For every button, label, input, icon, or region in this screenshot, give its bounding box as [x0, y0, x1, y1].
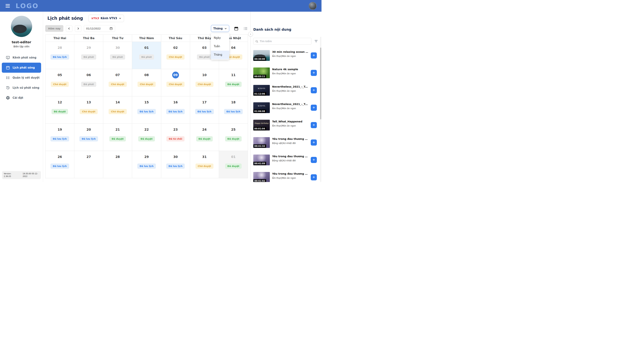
calendar-cell-19[interactable]: 19Đã lưu lịch [46, 124, 74, 151]
channel-select[interactable]: VTV3 Kênh VTV3 [88, 15, 124, 22]
filter-button[interactable] [314, 39, 318, 44]
prev-button[interactable] [66, 25, 72, 32]
scrollbar-thumb[interactable] [320, 48, 321, 119]
add-video-button[interactable]: + [311, 157, 317, 163]
calendar-cell-27[interactable]: 27 [74, 151, 103, 178]
calendar-cell-01[interactable]: 01Đã phát [132, 42, 161, 69]
calendar-cell-30[interactable]: 30Đã lưu lịch [161, 151, 190, 178]
video-thumbnail[interactable]: 00:41:32 [253, 137, 270, 148]
calendar-cell-29[interactable]: 29Đã lưu lịch [132, 151, 161, 178]
video-title: Yêu trong đau thương tậ... [272, 138, 308, 140]
add-video-button[interactable]: + [311, 140, 317, 146]
date-input[interactable]: 01/12/2022 [84, 25, 115, 32]
collapse-panel-button[interactable]: › [248, 32, 253, 36]
day-number: 31 [190, 154, 219, 160]
video-thumbnail[interactable]: 알고있지만,01:06:08 [253, 102, 270, 113]
day-number: 17 [190, 99, 219, 106]
add-video-button[interactable]: + [311, 70, 317, 76]
status-badge: Chờ duyệt [108, 82, 126, 87]
day-number: 27 [74, 154, 103, 160]
calendar-cell-22[interactable]: 22Đã duyệt [132, 124, 161, 151]
calendar-cell-24[interactable]: 24Đã duyệt [190, 124, 219, 151]
calendar-cell-16[interactable]: 16Đã lưu lịch [161, 96, 190, 124]
calendar-cell-14[interactable]: 14Chờ duyệt [103, 96, 132, 124]
status-badge: Đã lưu lịch [137, 109, 156, 114]
calendar-cell-29[interactable]: 29Đã phát [74, 42, 103, 69]
profile-avatar [11, 16, 32, 37]
calendar-cell-21[interactable]: 21Đã duyệt [103, 124, 132, 151]
calendar-cell-07[interactable]: 07Chờ duyệt [103, 69, 132, 96]
sidebar-item-channels[interactable]: Kênh phát sóng [2, 52, 41, 63]
status-badge: Đã phát [81, 82, 96, 87]
search-input[interactable] [260, 40, 310, 43]
calendar-view-icon [234, 26, 238, 31]
calendar-cell-11[interactable]: 11Đã duyệt [219, 69, 248, 96]
calendar-cell-25[interactable]: 25Đã duyệt [219, 124, 248, 151]
calendar-cell-05[interactable]: 05Chờ duyệt [46, 69, 74, 96]
calendar-cell-30[interactable]: 30Đã phát [103, 42, 132, 69]
video-item: 00:41:02Yêu trong đau thương tậ...Ẩm thự… [253, 172, 322, 182]
view-option-1[interactable]: Tuần [211, 42, 229, 50]
topbar-user-avatar[interactable] [309, 2, 317, 10]
video-title: Tell_What_Happened [272, 120, 308, 123]
menu-icon[interactable] [5, 4, 10, 8]
calendar-cell-02[interactable]: 02Chờ duyệt [161, 42, 190, 69]
video-thumbnail[interactable]: 00:41:09 [253, 154, 270, 165]
chevron-left-icon [68, 27, 70, 30]
calendar-cell-26[interactable]: 26Đã lưu lịch [46, 151, 74, 178]
sidebar-item-schedule[interactable]: Lịch phát sóng [2, 63, 41, 73]
video-thumbnail[interactable]: Happy birthday00:01:04 [253, 120, 270, 130]
calendar-cell-17[interactable]: 17Đã lưu lịch [190, 96, 219, 124]
next-button[interactable] [75, 25, 81, 32]
add-video-button[interactable]: + [311, 52, 317, 58]
sidebar-item-settings[interactable]: Cài đặt [2, 93, 41, 103]
history-icon [6, 86, 10, 90]
add-video-button[interactable]: + [311, 122, 317, 128]
sidebar-menu: Kênh phát sóngLịch phát sóngQuản lý xét … [0, 52, 43, 103]
calendar-cell-23[interactable]: 23Đã từ chối [161, 124, 190, 151]
calendar-cell-28[interactable]: 28Đã lưu lịch [46, 42, 74, 69]
sidebar-item-review[interactable]: Quản lý xét duyệt [2, 73, 41, 83]
calendar-view-button[interactable] [234, 26, 238, 31]
video-category: Ẩm thực|Món ăn ngon [272, 55, 308, 58]
search-icon [255, 40, 258, 43]
calendar-cell-18[interactable]: 18Đã lưu lịch [219, 96, 248, 124]
calendar-cell-10[interactable]: 10Chờ duyệt [190, 69, 219, 96]
calendar-cell-06[interactable]: 06Đã phát [74, 69, 103, 96]
view-mode-select[interactable]: Tháng [211, 25, 229, 32]
sidebar-item-label: Lịch sử phát sóng [12, 86, 39, 90]
calendar-cell-31[interactable]: 31Chờ duyệt [190, 151, 219, 178]
calendar-cell-12[interactable]: 12Đã duyệt [46, 96, 74, 124]
status-badge: Đã phát [139, 54, 154, 60]
add-video-button[interactable]: + [311, 105, 317, 111]
sidebar-item-label: Kênh phát sóng [12, 56, 36, 59]
view-option-2[interactable]: Tháng [211, 50, 229, 59]
content-header: Lịch phát sóng VTV3 Kênh VTV3 [43, 12, 250, 25]
video-thumbnail[interactable]: 00:41:02 [253, 172, 270, 182]
add-video-button[interactable]: + [311, 87, 317, 93]
day-number: 29 [74, 44, 103, 51]
calendar-cell-28[interactable]: 28 [103, 151, 132, 178]
calendar-cell-15[interactable]: 15Đã lưu lịch [132, 96, 161, 124]
calendar-cell-20[interactable]: 20Đã lưu lịch [74, 124, 103, 151]
video-category: Ẩm thực|Món ăn ngon [272, 107, 308, 110]
chevron-right-icon [77, 27, 80, 30]
video-thumbnail[interactable]: 알고있지만,01:12:06 [253, 85, 270, 96]
calendar-icon [6, 66, 10, 70]
calendar-cell-08[interactable]: 08Chờ duyệt [132, 69, 161, 96]
video-category: Ẩm thực|Món ăn ngon [272, 90, 308, 92]
status-badge: Đã duyệt [196, 136, 213, 142]
day-number: 28 [103, 154, 132, 160]
calendar-cell-01[interactable]: 01Đã duyệt [219, 151, 248, 178]
calendar-cell-09[interactable]: 09Chờ duyệt [161, 69, 190, 96]
calendar-cell-13[interactable]: 13Chờ duyệt [74, 96, 103, 124]
sidebar-item-history[interactable]: Lịch sử phát sóng [2, 83, 41, 93]
add-video-button[interactable]: + [311, 174, 317, 180]
list-view-button[interactable] [243, 26, 248, 31]
today-button[interactable]: Hôm nay [45, 25, 63, 32]
view-option-0[interactable]: Ngày [211, 34, 229, 42]
search-box[interactable] [253, 38, 312, 45]
video-thumbnail[interactable]: 00:30:00 [253, 50, 270, 61]
video-thumbnail[interactable]: 00:03:11 [253, 68, 270, 78]
status-badge: Đã lưu lịch [195, 109, 214, 114]
